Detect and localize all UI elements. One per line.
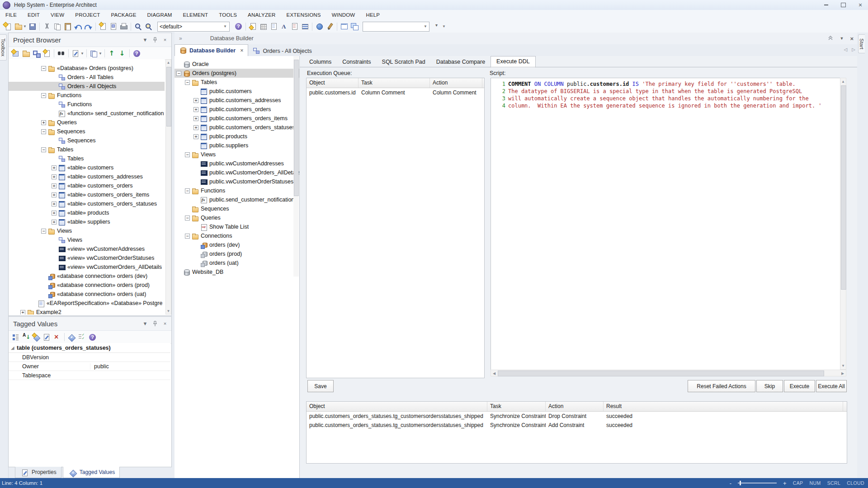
tree-item[interactable]: orders (dev) — [175, 240, 299, 249]
collapse-icon[interactable]: − — [41, 93, 46, 98]
redo-icon[interactable] — [84, 22, 93, 31]
collapse-icon[interactable]: − — [41, 229, 46, 234]
tree-item[interactable]: −Functions — [9, 91, 165, 100]
tree-item[interactable]: public.suppliers — [175, 141, 299, 150]
tree-item[interactable]: +«table» customers_addresses — [9, 172, 165, 181]
menu-help[interactable]: HELP — [360, 10, 385, 20]
menu-tools[interactable]: TOOLS — [213, 10, 242, 20]
table-row[interactable]: public.customers_orders_statuses.tg_cust… — [307, 421, 847, 430]
tree-item[interactable]: +«table» customers_orders_statuses — [9, 199, 165, 208]
tree-item[interactable]: orders (prod) — [175, 249, 299, 258]
table-row[interactable]: public.customers.idColumn CommentColumn … — [307, 88, 484, 97]
close-tab-icon[interactable]: × — [240, 47, 243, 54]
expand-icon[interactable]: + — [52, 202, 57, 206]
tree-item[interactable]: public.vwCustomerAddresses — [175, 159, 299, 168]
reset-failed-actions-button[interactable]: Reset Failed Actions — [688, 380, 755, 392]
tree-item[interactable]: Orders - All Objects — [9, 82, 165, 91]
tree-item[interactable]: +public.customers_orders_statuses — [175, 123, 299, 132]
script-horizontal-scrollbar[interactable]: ◀ ▶ — [491, 370, 846, 376]
grouped-icon[interactable] — [11, 333, 20, 342]
script-editor[interactable]: 1COMMENT ON COLUMN public.customers.id I… — [491, 78, 841, 373]
tree-item[interactable]: −Queries — [175, 213, 299, 222]
report-icon[interactable] — [290, 22, 299, 31]
tagged-value-row[interactable]: Ownerpublic — [9, 362, 170, 371]
doc-edit-icon[interactable] — [42, 333, 51, 342]
tree-item[interactable]: +public.products — [175, 132, 299, 141]
www-icon[interactable] — [315, 22, 324, 31]
expand-icon[interactable]: + — [193, 116, 198, 121]
scroll-tabs-right-icon[interactable]: ▷ — [852, 47, 855, 52]
close-icon[interactable]: × — [161, 36, 169, 43]
tree-item[interactable]: Orders - All Tables — [9, 73, 165, 82]
chevron-down-icon[interactable]: ▼ — [142, 320, 149, 327]
tree-item[interactable]: public.send_customer_notification — [175, 195, 299, 204]
execute-button[interactable]: Execute — [784, 380, 815, 392]
frame-icon[interactable] — [340, 22, 349, 31]
minimize-button[interactable] — [821, 1, 831, 9]
tree-item[interactable]: +«table» customers_orders — [9, 181, 165, 190]
tree-item[interactable]: +public.customers_addresses — [175, 96, 299, 105]
pin-icon[interactable] — [151, 320, 159, 327]
tree-item[interactable]: −«Database» Orders (postgres) — [9, 64, 165, 73]
paste-icon[interactable] — [63, 22, 72, 31]
tab-execute-ddl[interactable]: Execute DDL — [491, 56, 536, 68]
collapse-icon[interactable]: − — [41, 129, 46, 134]
tree-item[interactable]: −Connections — [175, 231, 299, 240]
menu-extensions[interactable]: EXTENSIONS — [281, 10, 326, 20]
collapse-icon[interactable]: − — [185, 80, 190, 85]
collapse-pane-icon[interactable] — [828, 35, 833, 42]
down-icon[interactable] — [118, 49, 127, 58]
undo-icon[interactable] — [74, 22, 82, 31]
toolbar-search-input[interactable]: ▼ — [363, 22, 429, 32]
chevron-down-icon[interactable]: ▼ — [99, 52, 102, 56]
tree-item[interactable]: −Tables — [9, 145, 165, 154]
tree-item[interactable]: Show Table List — [175, 222, 299, 231]
new-icon[interactable] — [4, 22, 12, 31]
chevron-down-icon[interactable]: ▼ — [23, 24, 27, 28]
expand-icon[interactable]: + — [52, 192, 57, 197]
tree-item[interactable]: +Queries — [9, 118, 165, 127]
tree-item[interactable]: «database connection» orders (dev) — [9, 272, 165, 281]
binoculars-icon[interactable] — [57, 49, 66, 58]
tagged-values-group-row[interactable]: ◢ table (customers_orders_statuses) — [9, 343, 170, 353]
expand-arrows-icon[interactable]: » — [179, 35, 182, 42]
maximize-button[interactable] — [838, 1, 848, 9]
expand-icon[interactable]: + — [52, 174, 57, 179]
expand-icon[interactable]: + — [193, 98, 198, 103]
expand-icon[interactable]: + — [52, 220, 57, 225]
up-icon[interactable] — [108, 49, 116, 58]
new-model-icon[interactable] — [11, 49, 20, 58]
tree-item[interactable]: «EAReportSpecification» «Database» Postg… — [9, 299, 165, 308]
sort-icon[interactable] — [22, 333, 30, 342]
tagged-value-row[interactable]: DBVersion — [9, 353, 170, 362]
tree-item[interactable]: public.vwCustomerOrderStatuses — [175, 177, 299, 186]
collapse-triangle-icon[interactable]: ◢ — [9, 346, 17, 350]
builder-tree-scrollbar[interactable] — [293, 56, 299, 277]
default-style-dropdown[interactable]: <default> ▼ — [157, 22, 230, 32]
script-vertical-scrollbar[interactable]: ▲ ▼ — [840, 78, 846, 370]
help-icon[interactable] — [234, 22, 243, 31]
save-icon[interactable] — [28, 22, 37, 31]
tree-item[interactable]: +«table» customers_orders_items — [9, 190, 165, 199]
copy-stack-icon[interactable] — [90, 49, 98, 58]
new-tag-icon[interactable] — [32, 333, 41, 342]
save-button[interactable]: Save — [307, 380, 334, 392]
tree-item[interactable]: −Views — [9, 226, 165, 235]
doc-edit-icon[interactable] — [71, 49, 80, 58]
menu-view[interactable]: VIEW — [45, 10, 70, 20]
collapse-icon[interactable]: − — [41, 147, 46, 152]
tag-value[interactable]: public — [90, 363, 170, 370]
collapse-icon[interactable]: − — [185, 216, 190, 221]
tab-columns[interactable]: Columns — [304, 57, 337, 68]
menu-diagram[interactable]: DIAGRAM — [142, 10, 178, 20]
toolbox-edge-tab[interactable]: Toolbox — [0, 34, 7, 61]
doc-tab-database-builder[interactable]: Database Builder× — [175, 44, 248, 56]
collapse-icon[interactable]: − — [41, 66, 46, 71]
tree-item[interactable]: orders (uat) — [175, 258, 299, 267]
execute-all-button[interactable]: Execute All — [816, 380, 847, 392]
expand-icon[interactable]: + — [52, 165, 57, 170]
model-search-icon[interactable] — [144, 22, 153, 31]
tree-item[interactable]: Sequences — [9, 136, 165, 145]
zoom-out-button[interactable]: - — [730, 480, 731, 487]
note-icon[interactable] — [269, 22, 278, 31]
